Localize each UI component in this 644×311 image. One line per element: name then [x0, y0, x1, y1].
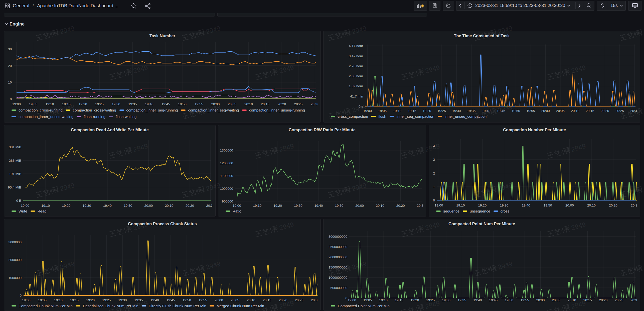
- svg-text:20:30: 20:30: [206, 204, 215, 208]
- svg-text:19:40: 19:40: [314, 204, 323, 208]
- svg-text:2.08 hour: 2.08 hour: [349, 74, 363, 78]
- svg-text:19:25: 19:25: [102, 298, 111, 302]
- svg-text:19:30: 19:30: [118, 298, 127, 302]
- svg-text:19:20: 19:20: [423, 109, 431, 113]
- svg-text:19:30: 19:30: [442, 298, 450, 302]
- svg-text:19:10: 19:10: [41, 204, 50, 208]
- svg-text:20:20: 20:20: [599, 298, 607, 302]
- svg-text:20:20: 20:20: [601, 109, 609, 113]
- svg-text:191 MiB: 191 MiB: [9, 172, 21, 176]
- svg-text:0: 0: [10, 97, 12, 101]
- svg-text:20:15: 20:15: [261, 102, 269, 106]
- svg-text:2000000: 2000000: [8, 258, 22, 262]
- svg-text:19:40: 19:40: [103, 204, 112, 208]
- svg-text:19:55: 19:55: [195, 102, 203, 106]
- svg-text:20:10: 20:10: [247, 298, 255, 302]
- svg-text:20:30: 20:30: [311, 298, 319, 302]
- svg-text:1000000000: 1000000000: [329, 276, 347, 280]
- svg-text:20:30: 20:30: [417, 204, 425, 208]
- svg-text:19:20: 19:20: [62, 204, 71, 208]
- svg-text:20:30: 20:30: [311, 102, 319, 106]
- svg-text:20:05: 20:05: [231, 298, 239, 302]
- svg-text:20:05: 20:05: [556, 109, 565, 113]
- svg-text:2.78 hour: 2.78 hour: [349, 64, 363, 68]
- svg-text:1500000000: 1500000000: [329, 266, 347, 269]
- svg-text:19:20: 19:20: [411, 298, 419, 302]
- svg-text:20:15: 20:15: [586, 109, 594, 113]
- svg-text:4: 4: [433, 144, 435, 148]
- svg-text:20:05: 20:05: [228, 102, 236, 106]
- svg-text:20:20: 20:20: [396, 204, 405, 208]
- svg-text:0 s: 0 s: [359, 104, 363, 108]
- svg-text:20:30: 20:30: [630, 109, 639, 113]
- svg-text:20:20: 20:20: [186, 204, 194, 208]
- svg-text:20:25: 20:25: [615, 298, 623, 302]
- svg-text:3.47 hour: 3.47 hour: [349, 54, 363, 58]
- svg-text:2: 2: [433, 172, 435, 175]
- svg-text:41.7 min: 41.7 min: [350, 94, 363, 98]
- svg-text:19:30: 19:30: [500, 204, 509, 207]
- svg-text:0: 0: [345, 296, 347, 300]
- svg-text:1200000: 1200000: [220, 161, 233, 165]
- svg-text:0 B: 0 B: [16, 199, 21, 202]
- svg-text:1000000: 1000000: [220, 187, 233, 190]
- svg-text:20:20: 20:20: [279, 298, 287, 302]
- svg-text:2500000000: 2500000000: [329, 245, 347, 249]
- svg-text:19:15: 19:15: [395, 298, 403, 302]
- svg-text:19:50: 19:50: [505, 298, 513, 302]
- svg-text:19:20: 19:20: [273, 204, 282, 208]
- svg-text:20:00: 20:00: [565, 204, 574, 207]
- svg-text:20:15: 20:15: [263, 298, 271, 302]
- svg-text:20:15: 20:15: [583, 298, 592, 302]
- svg-text:19:25: 19:25: [426, 298, 435, 302]
- svg-text:4.17 hour: 4.17 hour: [349, 44, 363, 48]
- svg-text:20:10: 20:10: [568, 298, 576, 302]
- svg-text:19:45: 19:45: [489, 298, 498, 302]
- svg-text:1300000: 1300000: [220, 148, 233, 152]
- svg-text:20:25: 20:25: [615, 109, 624, 113]
- svg-text:20:30: 20:30: [631, 204, 639, 207]
- svg-text:19:45: 19:45: [162, 102, 170, 106]
- svg-text:19:25: 19:25: [95, 102, 104, 106]
- svg-text:19:55: 19:55: [521, 298, 529, 302]
- svg-text:20:00: 20:00: [215, 298, 223, 302]
- svg-text:20:10: 20:10: [376, 204, 384, 208]
- svg-text:19:15: 19:15: [408, 109, 416, 113]
- svg-text:19:00: 19:00: [12, 102, 21, 106]
- svg-text:19:50: 19:50: [178, 102, 187, 106]
- svg-text:19:05: 19:05: [363, 298, 372, 302]
- svg-text:20:20: 20:20: [277, 102, 286, 106]
- svg-text:19:35: 19:35: [134, 298, 143, 302]
- svg-text:20:00: 20:00: [536, 298, 545, 302]
- svg-text:19:10: 19:10: [379, 298, 388, 302]
- svg-text:286 MiB: 286 MiB: [9, 159, 21, 162]
- svg-text:20:10: 20:10: [587, 204, 596, 207]
- svg-text:19:30: 19:30: [294, 204, 302, 208]
- svg-text:95.4 MiB: 95.4 MiB: [8, 186, 21, 189]
- svg-text:19:10: 19:10: [54, 298, 63, 302]
- svg-text:20:25: 20:25: [294, 102, 303, 106]
- svg-text:1100000: 1100000: [220, 174, 233, 178]
- svg-text:19:00: 19:00: [233, 204, 241, 208]
- svg-text:900000: 900000: [222, 200, 233, 203]
- svg-text:19:00: 19:00: [22, 298, 31, 302]
- svg-text:19:00: 19:00: [434, 204, 443, 207]
- svg-text:20:10: 20:10: [571, 109, 579, 113]
- svg-text:20:10: 20:10: [244, 102, 253, 106]
- svg-text:20:10: 20:10: [165, 204, 174, 208]
- svg-text:30: 30: [8, 47, 12, 51]
- svg-text:19:50: 19:50: [183, 298, 191, 302]
- svg-text:19:55: 19:55: [199, 298, 207, 302]
- svg-text:19:30: 19:30: [452, 109, 461, 113]
- svg-text:20:20: 20:20: [609, 204, 617, 207]
- svg-text:20:05: 20:05: [552, 298, 560, 302]
- svg-text:1000000: 1000000: [8, 276, 22, 280]
- svg-text:3000000: 3000000: [8, 240, 22, 244]
- svg-text:3: 3: [433, 158, 435, 162]
- svg-text:19:25: 19:25: [437, 109, 446, 113]
- svg-text:19:50: 19:50: [544, 204, 552, 207]
- svg-text:2000000000: 2000000000: [329, 255, 347, 259]
- svg-text:19:15: 19:15: [62, 102, 71, 106]
- svg-text:20:25: 20:25: [295, 298, 303, 302]
- svg-text:19:05: 19:05: [29, 102, 37, 106]
